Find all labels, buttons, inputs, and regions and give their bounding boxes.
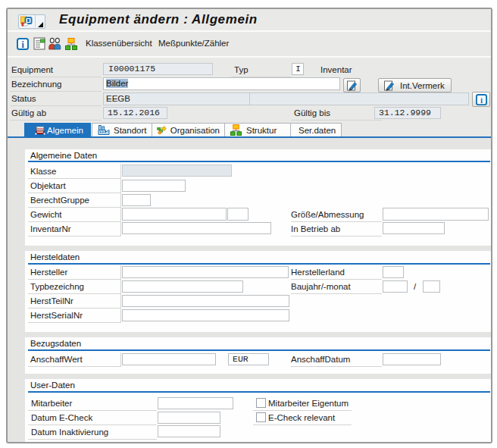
svg-text:i: i: [21, 39, 24, 50]
svg-text:i: i: [480, 95, 482, 104]
